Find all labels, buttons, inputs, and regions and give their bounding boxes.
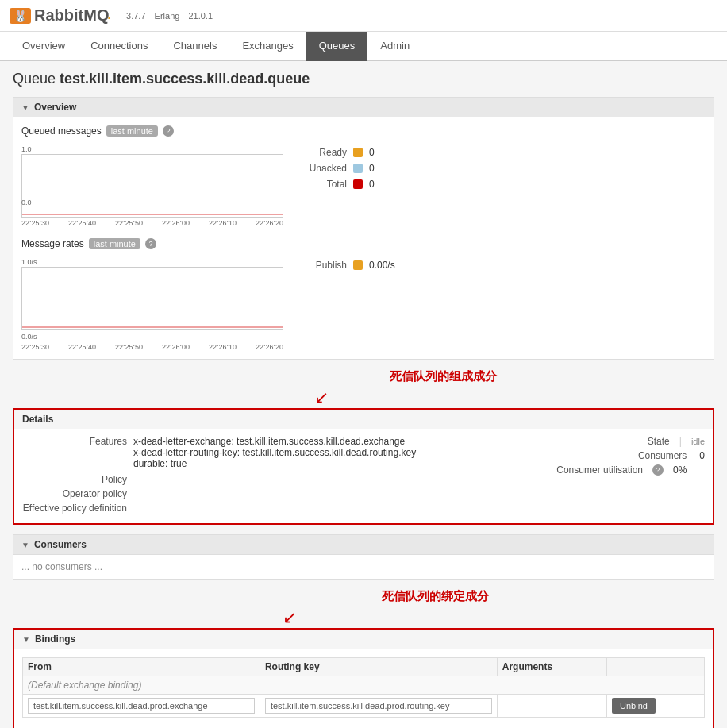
state-value: idle xyxy=(691,437,705,446)
total-dot xyxy=(353,179,363,189)
overview-section-header[interactable]: ▼ Overview xyxy=(13,98,714,117)
unacked-dot xyxy=(353,164,363,173)
message-rates-text: Message rates xyxy=(21,238,84,249)
page-prefix: Queue xyxy=(13,71,56,87)
erlang-version: 21.0.1 xyxy=(188,11,213,21)
features-values: x-dead-letter-exchange: test.kill.item.s… xyxy=(133,436,416,469)
details-section-header[interactable]: Details xyxy=(14,410,713,429)
ready-dot xyxy=(353,148,363,157)
rx-label-1: 22:25:40 xyxy=(68,343,96,351)
features-row: Features x-dead-letter-exchange: test.ki… xyxy=(22,436,490,469)
queued-messages-text: Queued messages xyxy=(21,125,102,137)
consumers-label: Consumers xyxy=(34,539,87,550)
consumers-key: Consumers xyxy=(638,450,687,461)
col-from: From xyxy=(23,658,260,676)
feature1: x-dead-letter-exchange: test.kill.item.s… xyxy=(133,436,416,447)
binding-from-input[interactable] xyxy=(28,698,255,714)
rate-chart-y-max: 1.0/s xyxy=(21,258,37,266)
default-binding-text: (Default exchange binding) xyxy=(23,676,705,695)
overview-arrow-icon: ▼ xyxy=(21,103,29,112)
binding-from-cell xyxy=(23,695,260,718)
annotation1-arrow-icon: ↙ xyxy=(314,387,714,408)
publish-value: 0.00/s xyxy=(369,260,395,271)
nav-connections[interactable]: Connections xyxy=(78,32,160,61)
message-rates-badge[interactable]: last minute xyxy=(89,238,140,249)
ready-label: Ready xyxy=(299,147,347,158)
publish-label: Publish xyxy=(299,260,347,271)
bindings-table: From Routing key Arguments (Default exch… xyxy=(22,657,705,718)
state-divider: | xyxy=(679,436,682,447)
default-binding-row: (Default exchange binding) xyxy=(23,676,705,695)
rx-label-0: 22:25:30 xyxy=(21,343,49,351)
rate-chart-y-min: 0.0/s xyxy=(21,333,37,341)
state-key: State xyxy=(648,436,670,447)
x-label-5: 22:26:20 xyxy=(256,219,283,227)
nav-queues[interactable]: Queues xyxy=(306,32,368,61)
logo: 🐰 RabbitMQ . xyxy=(10,6,110,25)
annotation2-arrow-icon: ↙ xyxy=(283,607,714,628)
bindings-content: From Routing key Arguments (Default exch… xyxy=(14,649,713,728)
legend-publish: Publish 0.00/s xyxy=(299,260,706,271)
version: 3.7.7 xyxy=(126,11,145,21)
annotation2-area: 死信队列的绑定成分 ↙ xyxy=(156,589,714,628)
x-label-2: 22:25:50 xyxy=(115,219,143,227)
consumer-util-help-icon[interactable]: ? xyxy=(652,464,664,476)
message-rates-legend: Publish 0.00/s xyxy=(299,256,706,275)
queued-messages-help-icon[interactable]: ? xyxy=(163,125,174,137)
features-key: Features xyxy=(22,436,133,469)
policy-row: Policy xyxy=(22,474,490,485)
consumers-content: ... no consumers ... xyxy=(13,555,714,579)
col-arguments: Arguments xyxy=(497,658,606,676)
details-label: Details xyxy=(22,414,53,425)
queue-name: test.kill.item.success.kill.dead.queue xyxy=(60,71,310,87)
rate-chart-x-labels: 22:25:30 22:25:40 22:25:50 22:26:00 22:2… xyxy=(21,343,283,351)
legend-ready: Ready 0 xyxy=(299,147,706,158)
nav-overview[interactable]: Overview xyxy=(10,32,78,61)
binding-routing-key-input[interactable] xyxy=(265,698,492,714)
consumers-arrow-icon: ▼ xyxy=(21,541,29,549)
rx-label-5: 22:26:20 xyxy=(256,343,283,351)
details-section: Details Features x-dead-letter-exchange:… xyxy=(13,408,714,525)
x-label-4: 22:26:10 xyxy=(209,219,237,227)
op-policy-row: Operator policy xyxy=(22,488,490,499)
page-title: Queue test.kill.item.success.kill.dead.q… xyxy=(13,71,714,87)
nav-channels[interactable]: Channels xyxy=(160,32,229,61)
legend-total: Total 0 xyxy=(299,179,706,190)
rx-label-3: 22:26:00 xyxy=(162,343,190,351)
x-label-0: 22:25:30 xyxy=(21,219,49,227)
queued-messages-badge[interactable]: last minute xyxy=(106,125,158,137)
queued-messages-legend: Ready 0 Unacked 0 Total 0 xyxy=(299,143,706,195)
bindings-arrow-icon: ▼ xyxy=(22,635,30,644)
consumers-section: ▼ Consumers ... no consumers ... xyxy=(13,534,714,580)
policy-key: Policy xyxy=(22,474,133,485)
queued-messages-row: 1.0 0.0 22:25:30 22:25:40 22:25:50 22:26… xyxy=(21,143,706,227)
nav-exchanges[interactable]: Exchanges xyxy=(229,32,306,61)
details-right: State | idle Consumers 0 Consumer utilis… xyxy=(506,436,705,517)
nav-admin[interactable]: Admin xyxy=(367,32,422,61)
consumer-util-key: Consumer utilisation xyxy=(556,464,643,476)
annotation2-text: 死信队列的绑定成分 xyxy=(156,589,714,604)
unbind-button[interactable]: Unbind xyxy=(612,698,656,714)
bindings-label: Bindings xyxy=(35,634,75,645)
legend-unacked: Unacked 0 xyxy=(299,163,706,174)
chart-box xyxy=(21,154,283,218)
annotation1-text: 死信队列的组成成分 xyxy=(171,369,714,384)
total-label: Total xyxy=(299,179,347,190)
eff-policy-row: Effective policy definition xyxy=(22,503,490,514)
rate-chart-svg xyxy=(22,268,283,331)
op-policy-key: Operator policy xyxy=(22,488,133,499)
overview-content: Queued messages last minute ? 1.0 0.0 xyxy=(13,117,714,359)
total-value: 0 xyxy=(369,179,375,190)
queued-messages-chart: 1.0 0.0 22:25:30 22:25:40 22:25:50 22:26… xyxy=(21,143,283,227)
x-label-1: 22:25:40 xyxy=(68,219,96,227)
message-rates-help-icon[interactable]: ? xyxy=(145,238,156,249)
binding-arguments-cell xyxy=(497,695,606,718)
bindings-section-header[interactable]: ▼ Bindings xyxy=(14,630,713,649)
consumer-util-value: 0% xyxy=(673,464,705,476)
chart-y-max: 1.0 xyxy=(21,145,32,153)
consumers-row: Consumers 0 xyxy=(506,450,705,461)
feature2: x-dead-letter-routing-key: test.kill.ite… xyxy=(133,447,416,458)
overview-label: Overview xyxy=(34,102,76,113)
consumers-section-header[interactable]: ▼ Consumers xyxy=(13,535,714,555)
message-rates-area: Message rates last minute ? 1.0/s xyxy=(21,238,706,351)
